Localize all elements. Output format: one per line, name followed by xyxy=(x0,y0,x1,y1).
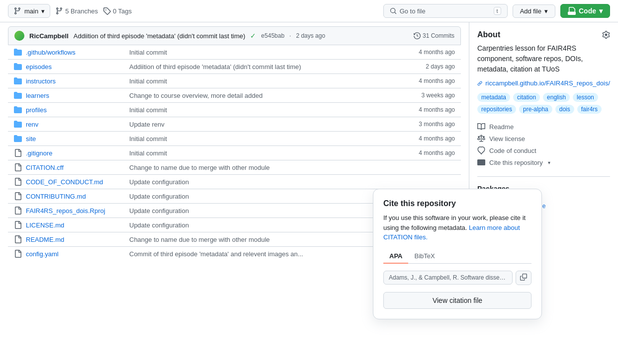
file-time: 4 months ago xyxy=(395,149,455,156)
sidebar-links: Readme View license Code of conduct Cite… xyxy=(477,121,610,168)
tag-icon xyxy=(103,7,111,15)
tags-container: metadatacitationenglishlessonrepositorie… xyxy=(477,93,610,114)
topic-tag[interactable]: repositories xyxy=(477,105,516,114)
topic-tag[interactable]: dois xyxy=(555,105,574,114)
book-icon xyxy=(477,123,485,131)
file-name: FAIR4RS_repos_dois.Rproj xyxy=(26,207,125,215)
go-to-file-btn[interactable]: Go to file t xyxy=(383,4,508,18)
commit-message: Addiition of third episode 'metadata' (d… xyxy=(74,32,246,40)
file-icon xyxy=(14,207,22,215)
file-commit-message: Change to course overview, more detail a… xyxy=(129,92,391,99)
file-icon xyxy=(14,235,22,243)
add-file-dropdown-icon: ▾ xyxy=(544,7,548,15)
commits-link[interactable]: 31 Commits xyxy=(414,32,454,39)
file-commit-message: Change to name due to merge with other m… xyxy=(129,164,391,171)
commit-check-icon: ✓ xyxy=(250,32,256,40)
file-row: CODE_OF_CONDUCT.md Update configuration xyxy=(8,175,461,189)
branch-count-icon xyxy=(55,7,63,15)
cite-tab-bibtex[interactable]: BibTeX xyxy=(408,249,441,264)
file-name: .gitignore xyxy=(26,149,125,157)
quote-icon xyxy=(477,158,485,166)
file-time: 2 days ago xyxy=(395,63,455,70)
code-button[interactable]: Code ▾ xyxy=(560,4,610,18)
file-commit-message: Update configuration xyxy=(129,178,391,186)
topic-tag[interactable]: citation xyxy=(513,93,540,102)
file-commit-message: Update configuration xyxy=(129,193,391,200)
cite-dropdown-icon: ▾ xyxy=(548,160,550,165)
file-commit-message: Update renv xyxy=(129,121,391,128)
branches-link[interactable]: 5 Branches xyxy=(55,7,98,15)
file-name: LICENSE.md xyxy=(26,221,125,229)
file-name: CONTRIBUTING.md xyxy=(26,193,125,200)
about-header: About xyxy=(477,30,610,39)
add-file-label: Add file xyxy=(520,7,541,15)
link-icon xyxy=(477,80,482,87)
file-name: CODE_OF_CONDUCT.md xyxy=(26,178,125,186)
readme-link[interactable]: Readme xyxy=(477,121,610,133)
file-name-link[interactable]: .github/workflows xyxy=(26,49,76,56)
file-name-link[interactable]: episodes xyxy=(26,63,52,71)
file-name-link[interactable]: instructors xyxy=(26,77,56,85)
file-name-link[interactable]: profiles xyxy=(26,106,47,114)
file-name: .github/workflows xyxy=(26,49,125,56)
top-bar: main ▾ 5 Branches 0 Tags Go to file t Ad… xyxy=(0,0,618,22)
file-row: instructors Initial commit 4 months ago xyxy=(8,74,461,88)
file-name-link[interactable]: README.md xyxy=(26,236,64,243)
topic-tag[interactable]: lesson xyxy=(573,93,598,102)
commit-time-value: 2 days ago xyxy=(296,32,325,39)
conduct-link[interactable]: Code of conduct xyxy=(477,145,610,156)
folder-icon xyxy=(14,91,22,99)
topic-tag[interactable]: pre-alpha xyxy=(519,105,552,114)
cite-link[interactable]: Cite this repository ▾ xyxy=(477,156,610,168)
file-time: 4 months ago xyxy=(395,77,455,84)
file-name-link[interactable]: FAIR4RS_repos_dois.Rproj xyxy=(26,207,105,215)
code-dropdown-icon: ▾ xyxy=(599,7,603,15)
topic-tag[interactable]: english xyxy=(543,93,570,102)
file-name-link[interactable]: learners xyxy=(26,92,49,99)
go-to-file-label: Go to file xyxy=(400,7,426,15)
cite-popup: Cite this repository If you use this sof… xyxy=(373,189,542,269)
file-icon xyxy=(14,178,22,186)
file-row: renv Update renv 3 months ago xyxy=(8,117,461,132)
file-time: 3 weeks ago xyxy=(395,92,455,99)
cite-label: Cite this repository xyxy=(489,159,543,166)
file-time: 4 months ago xyxy=(395,135,455,142)
add-file-button[interactable]: Add file ▾ xyxy=(513,4,555,18)
file-name-link[interactable]: CODE_OF_CONDUCT.md xyxy=(26,178,103,186)
file-name: CITATION.cff xyxy=(26,164,125,171)
file-commit-message: Initial commit xyxy=(129,135,391,143)
file-time: 4 months ago xyxy=(395,106,455,113)
file-row: .github/workflows Initial commit 4 month… xyxy=(8,45,461,60)
file-name-link[interactable]: CITATION.cff xyxy=(26,164,64,171)
commit-bar: RicCampbell Addiition of third episode '… xyxy=(8,26,461,45)
topic-tag[interactable]: fair4rs xyxy=(577,105,602,114)
file-name-link[interactable]: CONTRIBUTING.md xyxy=(26,193,86,200)
file-name-link[interactable]: site xyxy=(26,135,36,143)
tags-link[interactable]: 0 Tags xyxy=(103,7,132,15)
cite-tab-apa[interactable]: APA xyxy=(383,249,408,264)
gear-icon[interactable] xyxy=(602,31,610,39)
file-name-link[interactable]: .gitignore xyxy=(26,149,52,157)
branch-dropdown-icon: ▾ xyxy=(41,7,45,15)
file-name-link[interactable]: renv xyxy=(26,121,38,128)
about-website-link[interactable]: riccampbell.github.io/FAIR4RS_repos_dois… xyxy=(477,79,610,87)
file-commit-message: Initial commit xyxy=(129,77,391,85)
file-name: renv xyxy=(26,121,125,128)
about-description: Carpentries lesson for FAIR4RS component… xyxy=(477,43,610,74)
folder-icon xyxy=(14,77,22,85)
law-icon xyxy=(477,135,485,143)
branch-selector[interactable]: main ▾ xyxy=(8,4,50,18)
file-commit-message: Update configuration xyxy=(129,207,391,215)
search-icon xyxy=(390,7,397,14)
commit-author[interactable]: RicCampbell xyxy=(29,32,69,40)
license-link[interactable]: View license xyxy=(477,133,610,145)
file-icon xyxy=(14,149,22,157)
commit-sha[interactable]: e545bab xyxy=(261,32,284,39)
topic-tag[interactable]: metadata xyxy=(477,93,510,102)
folder-icon xyxy=(14,135,22,143)
file-icon xyxy=(14,163,22,171)
branch-icon xyxy=(13,7,21,15)
file-name-link[interactable]: config.yaml xyxy=(26,250,59,258)
file-row: .gitignore Initial commit 4 months ago xyxy=(8,146,461,160)
file-name-link[interactable]: LICENSE.md xyxy=(26,221,64,229)
